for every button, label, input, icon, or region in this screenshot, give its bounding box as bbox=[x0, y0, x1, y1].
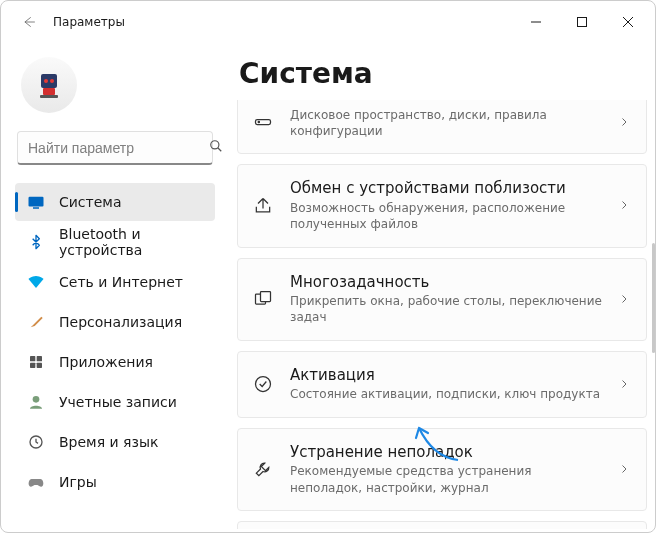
card-subtitle: Возможность обнаружения, расположение по… bbox=[290, 200, 602, 232]
svg-rect-1 bbox=[41, 74, 57, 88]
titlebar: Параметры bbox=[1, 1, 655, 43]
card-title: Активация bbox=[290, 366, 602, 385]
scrollbar[interactable] bbox=[652, 243, 655, 353]
svg-rect-8 bbox=[33, 207, 39, 209]
svg-rect-10 bbox=[37, 356, 42, 361]
svg-rect-5 bbox=[40, 95, 58, 98]
svg-rect-9 bbox=[30, 356, 35, 361]
card-subtitle: Состояние активации, подписки, ключ прод… bbox=[290, 386, 602, 402]
svg-point-3 bbox=[50, 79, 54, 83]
chevron-right-icon bbox=[618, 460, 632, 479]
svg-point-6 bbox=[211, 141, 219, 149]
minimize-button[interactable] bbox=[513, 6, 559, 38]
search-icon bbox=[209, 138, 223, 157]
svg-point-2 bbox=[44, 79, 48, 83]
sidebar-item-system[interactable]: Система bbox=[15, 183, 215, 221]
sidebar-item-bluetooth[interactable]: Bluetooth и устройства bbox=[15, 223, 215, 261]
search-field[interactable] bbox=[28, 140, 203, 156]
svg-rect-18 bbox=[261, 292, 271, 302]
sidebar-item-label: Персонализация bbox=[59, 314, 182, 330]
wifi-icon bbox=[27, 273, 45, 291]
svg-rect-11 bbox=[30, 363, 35, 368]
clock-icon bbox=[27, 433, 45, 451]
system-icon bbox=[27, 193, 45, 211]
card-title: Устранение неполадок bbox=[290, 443, 602, 462]
sidebar-item-apps[interactable]: Приложения bbox=[15, 343, 215, 381]
multitask-icon bbox=[252, 288, 274, 310]
sidebar-item-label: Время и язык bbox=[59, 434, 158, 450]
back-button[interactable] bbox=[11, 4, 47, 40]
svg-rect-4 bbox=[43, 88, 55, 95]
sidebar-item-label: Игры bbox=[59, 474, 97, 490]
window-title: Параметры bbox=[53, 15, 125, 29]
sidebar-item-label: Сеть и Интернет bbox=[59, 274, 183, 290]
card-activation[interactable]: Активация Состояние активации, подписки,… bbox=[237, 351, 647, 418]
card-subtitle: Дисковое пространство, диски, правила ко… bbox=[290, 107, 602, 139]
avatar[interactable] bbox=[21, 57, 77, 113]
card-troubleshoot[interactable]: Устранение неполадок Рекомендуемые средс… bbox=[237, 428, 647, 511]
sidebar-item-label: Система bbox=[59, 194, 121, 210]
chevron-right-icon bbox=[618, 375, 632, 394]
brush-icon bbox=[27, 313, 45, 331]
card-nearby-sharing[interactable]: Обмен с устройствами поблизости Возможно… bbox=[237, 164, 647, 247]
search-input[interactable] bbox=[17, 131, 213, 165]
share-icon bbox=[252, 195, 274, 217]
nav: Система Bluetooth и устройства Сеть и Ин… bbox=[13, 181, 217, 522]
sidebar: Система Bluetooth и устройства Сеть и Ин… bbox=[1, 43, 225, 532]
maximize-button[interactable] bbox=[559, 6, 605, 38]
card-title: Обмен с устройствами поблизости bbox=[290, 179, 602, 198]
settings-list: Память Дисковое пространство, диски, пра… bbox=[237, 100, 647, 529]
bluetooth-icon bbox=[27, 233, 45, 251]
card-title: Многозадачность bbox=[290, 273, 602, 292]
sidebar-item-label: Bluetooth и устройства bbox=[59, 226, 205, 258]
sidebar-item-time-language[interactable]: Время и язык bbox=[15, 423, 215, 461]
window-controls bbox=[513, 6, 651, 38]
card-recovery[interactable]: Восстановление Сброс, расширенные параме… bbox=[237, 521, 647, 529]
svg-point-19 bbox=[256, 377, 271, 392]
card-multitasking[interactable]: Многозадачность Прикрепить окна, рабочие… bbox=[237, 258, 647, 341]
sidebar-item-accounts[interactable]: Учетные записи bbox=[15, 383, 215, 421]
apps-icon bbox=[27, 353, 45, 371]
chevron-right-icon bbox=[618, 113, 632, 132]
card-subtitle: Прикрепить окна, рабочие столы, переключ… bbox=[290, 293, 602, 325]
check-circle-icon bbox=[252, 373, 274, 395]
card-storage[interactable]: Память Дисковое пространство, диски, пра… bbox=[237, 100, 647, 154]
gamepad-icon bbox=[27, 473, 45, 491]
sidebar-item-label: Приложения bbox=[59, 354, 153, 370]
sidebar-item-personalization[interactable]: Персонализация bbox=[15, 303, 215, 341]
sidebar-item-label: Учетные записи bbox=[59, 394, 177, 410]
svg-rect-7 bbox=[29, 197, 44, 207]
svg-point-13 bbox=[33, 396, 40, 403]
close-button[interactable] bbox=[605, 6, 651, 38]
person-icon bbox=[27, 393, 45, 411]
svg-rect-12 bbox=[37, 363, 42, 368]
chevron-right-icon bbox=[618, 290, 632, 309]
chevron-right-icon bbox=[618, 196, 632, 215]
storage-icon bbox=[252, 111, 274, 133]
svg-rect-0 bbox=[578, 18, 587, 27]
card-subtitle: Рекомендуемые средства устранения непола… bbox=[290, 463, 602, 495]
svg-point-16 bbox=[258, 122, 259, 123]
sidebar-item-gaming[interactable]: Игры bbox=[15, 463, 215, 501]
sidebar-item-network[interactable]: Сеть и Интернет bbox=[15, 263, 215, 301]
wrench-icon bbox=[252, 458, 274, 480]
page-title: Система bbox=[239, 57, 647, 90]
